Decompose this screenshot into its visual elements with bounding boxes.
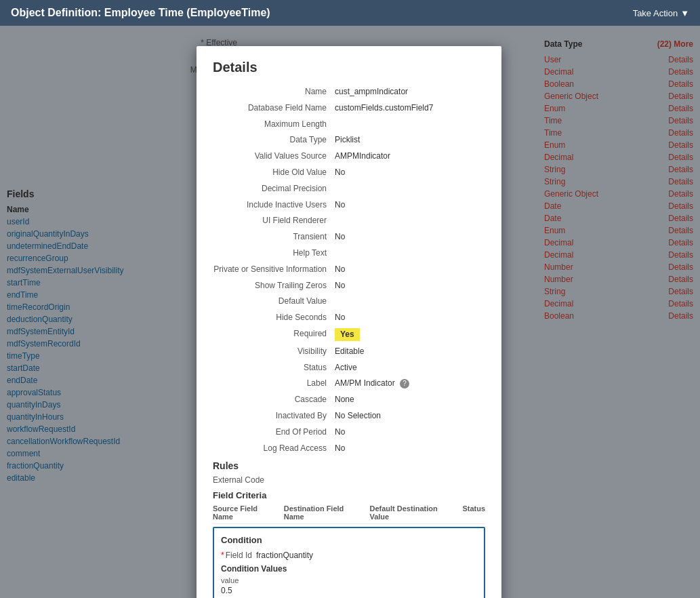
modal-field-label: Help Text (213, 247, 335, 259)
field-id-value: fractionQuantity (256, 551, 313, 560)
modal-field-row: Include Inactive UsersNo (213, 199, 485, 211)
field-id-required-star: * (221, 551, 224, 560)
modal-field-label: Status (213, 362, 335, 374)
field-id-label: Field Id (226, 551, 252, 560)
modal-field-row: Help Text (213, 247, 485, 259)
modal-field-label: Required (213, 328, 335, 340)
condition-value-item: 0.5 (221, 586, 477, 595)
modal-field-label: Hide Seconds (213, 312, 335, 323)
modal-field-value: None (335, 394, 354, 405)
modal-field-label: End Of Period (213, 426, 335, 438)
field-criteria-header: Field Criteria (213, 490, 485, 500)
modal-field-row: Database Field NamecustomFields.customFi… (213, 102, 485, 114)
modal-field-value: No (335, 426, 345, 438)
modal-field-label: Log Read Access (213, 443, 335, 454)
modal-title: Details (213, 60, 485, 75)
take-action-label: Take Action (633, 8, 678, 18)
modal-field-label: Show Trailing Zeros (213, 280, 335, 292)
modal-field-row: Hide SecondsNo (213, 312, 485, 323)
col-dest: Destination Field Name (284, 504, 365, 521)
modal-field-row: Maximum Length (213, 119, 485, 130)
take-action-button[interactable]: Take Action ▼ (633, 8, 689, 18)
modal-field-label: Visibility (213, 346, 335, 357)
modal-field-value: No (335, 280, 345, 292)
modal-field-value: No (335, 264, 345, 275)
col-source: Source Field Name (213, 504, 279, 521)
criteria-columns: Source Field Name Destination Field Name… (213, 504, 485, 524)
modal-field-value: No (335, 443, 345, 454)
modal-field-row: TransientNo (213, 231, 485, 243)
modal-field-label: Decimal Precision (213, 183, 335, 195)
modal-field-value: Picklist (335, 134, 360, 146)
modal-field-row: Data TypePicklist (213, 134, 485, 146)
modal-field-row: Valid Values SourceAMPMIndicator (213, 151, 485, 162)
condition-values-title: Condition Values (221, 564, 477, 574)
modal-field-label: Inactivated By (213, 410, 335, 422)
required-badge: Yes (335, 328, 360, 341)
modal-field-label: Hide Old Value (213, 167, 335, 178)
modal-field-value: AM/PM Indicator ? (335, 378, 409, 389)
modal-field-label: Database Field Name (213, 102, 335, 114)
modal-field-label: Cascade (213, 394, 335, 405)
modal-field-label: Valid Values Source (213, 151, 335, 162)
condition-box: Condition * Field Id fractionQuantity Co… (213, 527, 485, 598)
modal-field-row: End Of PeriodNo (213, 426, 485, 438)
modal-field-row: RequiredYes (213, 328, 485, 341)
modal-field-row: Private or Sensitive InformationNo (213, 264, 485, 275)
modal-field-value: customFields.customField7 (335, 102, 433, 114)
modal-field-row: Decimal Precision (213, 183, 485, 195)
modal-field-row: Namecust_ampmIndicator (213, 86, 485, 98)
take-action-arrow: ▼ (680, 8, 689, 18)
modal-field-value: No (335, 231, 345, 243)
modal-field-value: Active (335, 362, 357, 374)
page-title: Object Definition: Employee Time (Employ… (11, 7, 270, 19)
field-id-row: * Field Id fractionQuantity (221, 551, 477, 560)
modal-field-row: Default Value (213, 296, 485, 307)
modal-field-row: CascadeNone (213, 394, 485, 405)
condition-title: Condition (221, 535, 477, 545)
modal-field-value: No Selection (335, 410, 381, 422)
modal-field-value: Editable (335, 346, 364, 357)
modal-field-row: Hide Old ValueNo (213, 167, 485, 178)
modal-field-label: Transient (213, 231, 335, 243)
modal-field-label: Private or Sensitive Information (213, 264, 335, 275)
modal-field-value: AMPMIndicator (335, 151, 390, 162)
modal-field-row: VisibilityEditable (213, 346, 485, 357)
modal-field-row: UI Field Renderer (213, 215, 485, 226)
rules-section-header: Rules (213, 460, 485, 471)
modal-field-row: Inactivated ByNo Selection (213, 410, 485, 422)
details-modal: Details Namecust_ampmIndicatorDatabase F… (197, 46, 501, 598)
modal-field-value: No (335, 199, 345, 211)
page-header: Object Definition: Employee Time (Employ… (0, 0, 700, 26)
modal-field-row: StatusActive (213, 362, 485, 374)
modal-field-row: Log Read AccessNo (213, 443, 485, 454)
modal-field-label: Default Value (213, 296, 335, 307)
modal-field-label: Maximum Length (213, 119, 335, 130)
modal-field-value: cust_ampmIndicator (335, 86, 408, 98)
col-status: Status (462, 504, 485, 521)
modal-field-row: LabelAM/PM Indicator ? (213, 378, 485, 389)
modal-field-row: Show Trailing ZerosNo (213, 280, 485, 292)
condition-value-label: value (221, 576, 477, 584)
modal-field-label: Label (213, 378, 335, 389)
external-code-label: External Code (213, 475, 485, 485)
modal-field-label: Name (213, 86, 335, 98)
modal-field-value: No (335, 312, 345, 323)
modal-field-label: Data Type (213, 134, 335, 146)
modal-field-label: UI Field Renderer (213, 215, 335, 226)
modal-field-value: No (335, 167, 345, 178)
help-icon[interactable]: ? (400, 379, 409, 388)
col-default: Default Destination Value (369, 504, 457, 521)
modal-field-label: Include Inactive Users (213, 199, 335, 211)
